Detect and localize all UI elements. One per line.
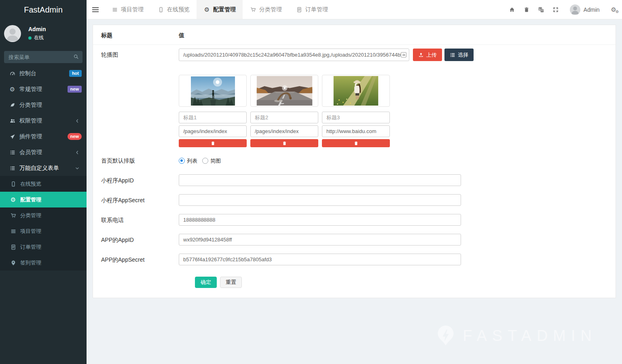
sidebar-toggle-button[interactable] <box>87 0 104 19</box>
field-label: 轮播图 <box>101 49 179 147</box>
trash-icon <box>211 141 215 146</box>
gear-icon: ⚙ <box>203 6 210 13</box>
map-marker-icon <box>10 260 17 266</box>
sidebar-item-category[interactable]: 分类管理 <box>0 97 87 113</box>
field-row-phone: 联系电话 <box>93 210 616 230</box>
tab-preview[interactable]: 在线预览 <box>150 0 197 19</box>
carousel-card-2 <box>250 75 318 147</box>
chevron-left-icon <box>74 150 80 155</box>
mobile-icon <box>157 7 164 13</box>
submit-button[interactable]: 确定 <box>195 277 217 288</box>
sidebar-subitem-preview[interactable]: 在线预览 <box>0 176 87 192</box>
new-badge: new <box>68 86 82 93</box>
chevron-left-icon <box>74 118 80 124</box>
radio-list[interactable] <box>179 158 185 164</box>
gear-icon: ⚙ <box>10 197 17 203</box>
upload-button[interactable]: 上传 <box>413 49 442 61</box>
file-icon <box>296 7 303 13</box>
carousel-row: 轮播图 /uploads/20201210/40978b2c15c242a960… <box>93 45 616 151</box>
nav-tabs: 项目管理 在线预览 ⚙ 配置管理 分类管理 订单管理 <box>104 0 335 19</box>
field-label: 小程序AppID <box>101 174 179 187</box>
tab-order[interactable]: 订单管理 <box>289 0 335 19</box>
sidebar-subitem-order[interactable]: 订单管理 <box>0 239 87 255</box>
config-panel: 标题 值 轮播图 /uploads/20201210/40978b2c15c24… <box>93 25 616 298</box>
topbar-right: Admin ⚙⚙ <box>500 0 622 19</box>
settings-cogs-icon[interactable]: ⚙⚙ <box>611 6 616 13</box>
carousel-card-1 <box>179 75 247 147</box>
sidebar-subitem-signin[interactable]: 签到管理 <box>0 255 87 271</box>
user-menu[interactable]: Admin <box>567 4 600 15</box>
carousel-image-field[interactable] <box>322 75 390 107</box>
carousel-value-input[interactable]: /uploads/20201210/40978b2c15c242a96047bf… <box>179 49 409 61</box>
trash-icon[interactable] <box>524 7 529 13</box>
sidebar-item-customform[interactable]: 万能自定义表单 <box>0 160 87 176</box>
field-row-miniapp-appsecret: 小程序AppSecret <box>93 190 616 210</box>
field-label: APP的AppSecret <box>101 254 179 266</box>
bars-icon <box>10 229 17 234</box>
sidebar-subitem-config[interactable]: ⚙ 配置管理 <box>0 192 87 207</box>
miniapp-appsecret-input[interactable] <box>179 194 461 206</box>
carousel-title-input-1[interactable] <box>179 112 247 123</box>
field-row-app-appid: APP的AppID <box>93 230 616 250</box>
sidebar-search <box>4 51 83 63</box>
sidebar-item-member[interactable]: 会员管理 <box>0 144 87 160</box>
carousel-url-input-3[interactable] <box>322 125 390 137</box>
cogs-icon: ⚙ <box>9 86 16 92</box>
file-icon <box>10 244 17 250</box>
phone-input[interactable] <box>179 214 461 226</box>
field-label: APP的AppID <box>101 234 179 246</box>
app-logo[interactable]: FastAdmin <box>0 0 87 19</box>
cart-icon <box>250 7 256 13</box>
trash-icon <box>282 141 287 146</box>
list-alt-icon <box>9 165 16 171</box>
tab-config[interactable]: ⚙ 配置管理 <box>197 0 243 19</box>
field-row-miniapp-appid: 小程序AppID <box>93 171 616 190</box>
reset-button[interactable]: 重置 <box>220 277 242 288</box>
sidebar-item-auth[interactable]: 权限管理 <box>0 113 87 129</box>
sidebar-item-dashboard[interactable]: 控制台 hot <box>0 66 87 81</box>
delete-image-button-3[interactable] <box>322 139 390 147</box>
carousel-image-mountain[interactable] <box>179 75 247 107</box>
header-value-col: 值 <box>179 32 184 39</box>
layout-radio-row: 首页默认排版 列表 简图 <box>93 151 616 171</box>
header-title-col: 标题 <box>101 32 179 39</box>
sidebar: FastAdmin Admin 在线 控制台 hot ⚙ 常规管理 new <box>0 0 87 364</box>
carousel-image-road[interactable] <box>250 75 318 107</box>
sidebar-subitem-category[interactable]: 分类管理 <box>0 207 87 223</box>
trash-icon <box>354 141 358 146</box>
sidebar-menu: 控制台 hot ⚙ 常规管理 new 分类管理 权限管理 插件管理 new 会员… <box>0 66 87 271</box>
fullscreen-icon[interactable] <box>553 7 559 13</box>
carousel-cards <box>179 75 607 147</box>
menu-search-input[interactable] <box>4 51 83 63</box>
bars-icon <box>111 7 118 13</box>
home-icon[interactable] <box>509 7 515 13</box>
choose-button[interactable]: 选择 <box>444 49 474 61</box>
field-label: 联系电话 <box>101 214 179 226</box>
radio-simple[interactable] <box>202 158 208 164</box>
sidebar-item-general[interactable]: ⚙ 常规管理 new <box>0 81 87 97</box>
fastadmin-watermark: FASTADMIN <box>437 325 597 346</box>
online-status-dot <box>28 36 32 40</box>
sidebar-item-addon[interactable]: 插件管理 new <box>0 129 87 144</box>
delete-image-button-1[interactable] <box>179 139 247 147</box>
miniapp-appid-input[interactable] <box>179 174 461 186</box>
carousel-title-input-2[interactable] <box>250 112 318 123</box>
field-label: 首页默认排版 <box>101 154 179 167</box>
delete-image-button-2[interactable] <box>250 139 318 147</box>
field-label: 小程序AppSecret <box>101 194 179 207</box>
tab-project[interactable]: 项目管理 <box>104 0 150 19</box>
tab-category[interactable]: 分类管理 <box>243 0 289 19</box>
avatar <box>570 4 580 15</box>
carousel-url-input-1[interactable] <box>179 125 247 137</box>
list-icon <box>9 150 16 155</box>
translate-icon[interactable] <box>538 7 544 13</box>
app-appid-input[interactable] <box>179 234 461 245</box>
app-appsecret-input[interactable] <box>179 254 461 265</box>
carousel-url-input-2[interactable] <box>250 125 318 137</box>
topbar: 项目管理 在线预览 ⚙ 配置管理 分类管理 订单管理 Admin ⚙⚙ <box>87 0 622 19</box>
cart-icon <box>10 213 17 218</box>
carousel-title-input-3[interactable] <box>322 112 390 123</box>
leaf-icon <box>9 102 16 108</box>
avatar <box>4 25 21 42</box>
sidebar-subitem-project[interactable]: 项目管理 <box>0 223 87 239</box>
